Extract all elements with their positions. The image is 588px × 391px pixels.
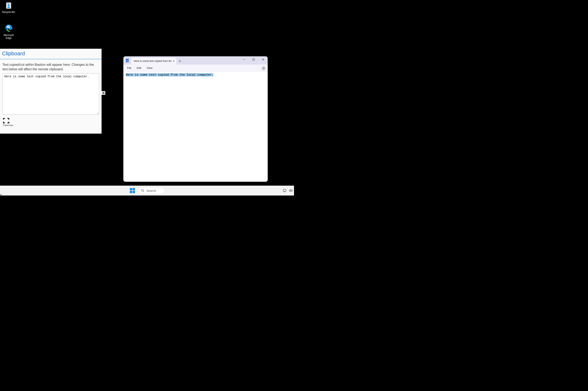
system-tray xyxy=(283,189,293,193)
menu-edit[interactable]: Edit xyxy=(135,66,143,70)
desktop-icon-label: Recycle Bin xyxy=(1,11,16,13)
new-tab-button[interactable] xyxy=(176,58,183,65)
clipboard-textarea[interactable] xyxy=(2,73,99,114)
svg-line-15 xyxy=(265,69,265,70)
unsaved-dot-icon xyxy=(173,60,174,62)
collapse-panel-button[interactable] xyxy=(101,91,105,95)
gear-icon xyxy=(261,66,266,71)
plus-icon xyxy=(179,60,181,62)
notepad-tab[interactable]: Here is some text copied from the l xyxy=(131,58,176,65)
menu-file[interactable]: File xyxy=(125,66,133,70)
search-icon xyxy=(141,189,144,192)
svg-point-9 xyxy=(263,67,264,69)
minimize-button[interactable] xyxy=(239,56,249,63)
notepad-menubar: File Edit View xyxy=(123,65,268,72)
corner-marker xyxy=(0,195,1,195)
start-button[interactable] xyxy=(129,188,135,194)
notepad-titlebar[interactable]: Here is some text copied from the l xyxy=(123,56,268,65)
fullscreen-button[interactable]: Fullscreen xyxy=(3,118,13,126)
chevron-double-left-icon xyxy=(102,92,105,94)
svg-rect-3 xyxy=(126,59,129,59)
close-button[interactable] xyxy=(258,56,268,63)
maximize-icon xyxy=(252,58,255,61)
desktop-icon-label: Microsoft Edge xyxy=(1,34,16,40)
svg-line-23 xyxy=(143,191,144,192)
svg-rect-24 xyxy=(283,189,286,192)
svg-line-16 xyxy=(262,69,263,70)
taskbar: Search xyxy=(0,186,294,196)
recycle-bin-icon xyxy=(4,1,13,10)
svg-rect-21 xyxy=(133,191,135,193)
bastion-clipboard-panel: Clipboard Text copied/cut within Bastion… xyxy=(0,49,101,134)
settings-button[interactable] xyxy=(261,66,266,71)
svg-rect-1 xyxy=(6,2,11,3)
notepad-window: Here is some text copied from the l File… xyxy=(123,56,268,182)
notepad-editor[interactable]: Here is some text copied from the local … xyxy=(123,72,268,182)
close-icon xyxy=(262,58,264,61)
volume-icon[interactable] xyxy=(289,189,293,193)
edge-icon xyxy=(4,24,13,33)
svg-rect-18 xyxy=(130,188,132,190)
desktop-icon-recycle-bin[interactable]: Recycle Bin xyxy=(1,1,16,13)
svg-rect-8 xyxy=(253,59,254,60)
menu-view[interactable]: View xyxy=(145,66,154,70)
svg-rect-20 xyxy=(130,191,132,193)
maximize-button[interactable] xyxy=(249,56,258,63)
selected-text: Here is some text copied from the local … xyxy=(126,73,213,77)
windows-logo-icon xyxy=(129,188,135,194)
fullscreen-label: Fullscreen xyxy=(3,124,13,126)
panel-title: Clipboard xyxy=(0,49,101,59)
svg-line-14 xyxy=(262,67,263,67)
minimize-icon xyxy=(243,58,245,61)
notepad-app-icon xyxy=(123,56,131,65)
fullscreen-icon xyxy=(3,118,9,123)
desktop-icon-edge[interactable]: Microsoft Edge xyxy=(1,24,16,40)
network-icon[interactable] xyxy=(283,189,287,193)
notepad-tab-title: Here is some text copied from the l xyxy=(134,60,172,63)
shortcut-arrow-icon xyxy=(7,25,10,28)
svg-line-17 xyxy=(265,67,265,67)
panel-description: Text copied/cut within Bastion will appe… xyxy=(0,59,101,73)
taskbar-search[interactable]: Search xyxy=(138,187,165,194)
search-placeholder: Search xyxy=(146,189,156,193)
svg-rect-19 xyxy=(133,188,135,190)
